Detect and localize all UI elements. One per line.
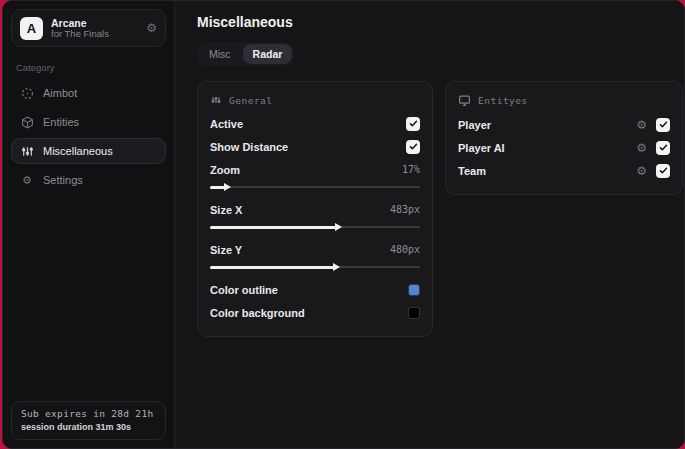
sidebar-item-label: Aimbot [43,87,77,99]
session-duration-text: session duration 31m 30s [21,422,156,432]
panel-title: Entityes [478,95,528,106]
tab-bar: Misc Radar [197,42,294,66]
size-y-slider[interactable] [210,263,420,271]
team-gear-icon[interactable]: ⚙ [636,165,647,177]
player-ai-gear-icon[interactable]: ⚙ [636,142,647,154]
toggle-row-show-distance: Show Distance [210,135,420,158]
monitor-icon [458,94,471,107]
entities-panel: Entityes Player ⚙ Player AI ⚙ [445,81,683,195]
gear-icon: ⚙ [20,174,34,187]
sidebar-item-entities[interactable]: Entities [11,109,166,135]
sidebar-nav: Aimbot Entities Miscellaneous [11,80,166,193]
color-outline-swatch[interactable] [408,284,420,296]
zoom-value: 17% [402,164,420,175]
show-distance-checkbox[interactable] [406,140,420,154]
entity-row-team: Team ⚙ [458,159,670,182]
crosshair-icon [20,87,34,100]
sidebar: A Arcane for The Finals ⚙ Category Aimbo… [3,1,175,448]
settings-gear-icon[interactable]: ⚙ [146,21,157,35]
page-title: Miscellaneous [197,14,683,30]
app-card: A Arcane for The Finals ⚙ [11,9,166,47]
tab-radar[interactable]: Radar [243,44,293,64]
sidebar-item-label: Settings [43,174,83,186]
team-checkbox[interactable] [656,164,670,178]
subscription-card: Sub expires in 28d 21h session duration … [11,401,166,440]
slider-row-size-y: Size Y 480px [210,238,420,261]
app-logo: A [20,17,43,40]
app-window: A Arcane for The Finals ⚙ Category Aimbo… [2,0,685,449]
color-background-swatch[interactable] [408,307,420,319]
sliders-icon [210,94,222,106]
app-subtitle: for The Finals [51,29,109,40]
toggle-row-active: Active [210,112,420,135]
slider-thumb[interactable] [333,263,340,271]
player-ai-checkbox[interactable] [656,141,670,155]
tab-misc[interactable]: Misc [199,44,241,64]
sub-expiry-text: Sub expires in 28d 21h [21,408,156,419]
sliders-icon [20,145,34,158]
sidebar-item-label: Entities [43,116,79,128]
sidebar-item-aimbot[interactable]: Aimbot [11,80,166,106]
slider-row-size-x: Size X 483px [210,198,420,221]
color-row-background: Color background [210,301,420,324]
entity-row-player-ai: Player AI ⚙ [458,136,670,159]
sidebar-item-label: Miscellaneous [43,145,113,157]
size-x-slider[interactable] [210,223,420,231]
slider-thumb[interactable] [224,183,231,191]
player-gear-icon[interactable]: ⚙ [636,119,647,131]
general-panel: General Active Show Distance Zoom [197,81,433,337]
category-label: Category [16,62,161,73]
app-name: Arcane [51,17,109,29]
cube-icon [20,116,34,129]
zoom-slider[interactable] [210,183,420,191]
panel-title: General [229,95,273,106]
slider-row-zoom: Zoom 17% [210,158,420,181]
slider-thumb[interactable] [335,223,342,231]
sidebar-item-miscellaneous[interactable]: Miscellaneous [11,138,166,164]
active-checkbox[interactable] [406,117,420,131]
main-content: Miscellaneous Misc Radar General [175,1,685,448]
size-x-value: 483px [390,204,420,215]
size-y-value: 480px [390,244,420,255]
entity-row-player: Player ⚙ [458,113,670,136]
color-row-outline: Color outline [210,278,420,301]
sidebar-item-settings[interactable]: ⚙ Settings [11,167,166,193]
player-checkbox[interactable] [656,118,670,132]
